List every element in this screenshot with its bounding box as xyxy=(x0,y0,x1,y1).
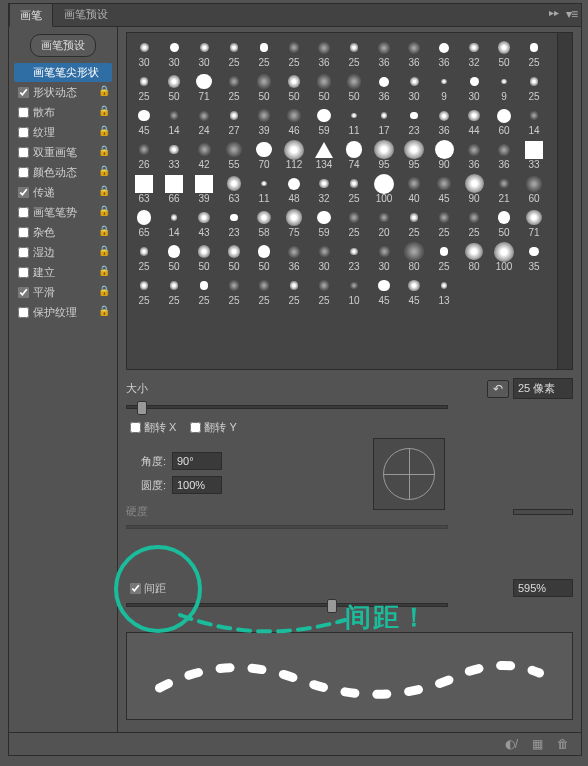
collapse-icon[interactable]: ▸▸ xyxy=(549,7,559,18)
brush-tip[interactable]: 95 xyxy=(399,137,429,171)
sidebar-checkbox[interactable] xyxy=(18,167,29,178)
brush-tip[interactable]: 25 xyxy=(339,205,369,239)
brush-tip[interactable]: 36 xyxy=(429,103,459,137)
tab-brush-preset[interactable]: 画笔预设 xyxy=(53,2,119,26)
sidebar-item-12[interactable]: 保护纹理🔒 xyxy=(14,303,112,322)
brush-tip[interactable]: 25 xyxy=(189,273,219,307)
brush-tip[interactable]: 50 xyxy=(159,239,189,273)
brush-tip[interactable]: 25 xyxy=(279,273,309,307)
roundness-input[interactable]: 100% xyxy=(172,476,222,494)
sidebar-checkbox[interactable] xyxy=(18,287,29,298)
brush-tip[interactable]: 80 xyxy=(459,239,489,273)
reset-size-button[interactable]: ↶ xyxy=(487,380,509,398)
brush-tip[interactable]: 74 xyxy=(339,137,369,171)
brush-tip[interactable]: 20 xyxy=(369,205,399,239)
brush-tip[interactable]: 70 xyxy=(249,137,279,171)
brush-tip[interactable]: 36 xyxy=(369,35,399,69)
brush-tip[interactable]: 45 xyxy=(129,103,159,137)
sidebar-item-1[interactable]: 形状动态🔒 xyxy=(14,83,112,102)
brush-tip[interactable]: 25 xyxy=(159,273,189,307)
brush-tip[interactable]: 39 xyxy=(189,171,219,205)
brush-tip[interactable]: 25 xyxy=(129,239,159,273)
brush-tip[interactable]: 32 xyxy=(459,35,489,69)
brush-tip[interactable]: 50 xyxy=(309,69,339,103)
brush-tip[interactable]: 25 xyxy=(219,35,249,69)
brush-tip[interactable]: 9 xyxy=(489,69,519,103)
sidebar-checkbox[interactable] xyxy=(18,147,29,158)
brush-tip[interactable]: 36 xyxy=(489,137,519,171)
brush-tip[interactable]: 60 xyxy=(489,103,519,137)
brush-tip[interactable]: 36 xyxy=(459,137,489,171)
brush-tip[interactable]: 9 xyxy=(429,69,459,103)
sidebar-item-5[interactable]: 颜色动态🔒 xyxy=(14,163,112,182)
brush-preset-button[interactable]: 画笔预设 xyxy=(30,34,96,57)
sidebar-checkbox[interactable] xyxy=(18,267,29,278)
brush-tip[interactable]: 32 xyxy=(309,171,339,205)
sidebar-checkbox[interactable] xyxy=(18,187,29,198)
brush-tip[interactable]: 63 xyxy=(219,171,249,205)
sidebar-item-9[interactable]: 湿边🔒 xyxy=(14,243,112,262)
brush-tip[interactable]: 50 xyxy=(249,239,279,273)
size-input[interactable]: 25 像素 xyxy=(513,378,573,399)
brush-tip[interactable]: 14 xyxy=(159,205,189,239)
brush-tip[interactable]: 33 xyxy=(159,137,189,171)
brush-tip[interactable]: 21 xyxy=(489,171,519,205)
brush-tip[interactable]: 11 xyxy=(339,103,369,137)
brush-tip[interactable]: 66 xyxy=(159,171,189,205)
brush-tip[interactable]: 25 xyxy=(219,273,249,307)
brush-tip[interactable]: 75 xyxy=(279,205,309,239)
spacing-input[interactable]: 595% xyxy=(513,579,573,597)
brush-tip[interactable]: 25 xyxy=(519,69,549,103)
brush-tip[interactable]: 134 xyxy=(309,137,339,171)
brush-tip[interactable]: 48 xyxy=(279,171,309,205)
brush-tip[interactable]: 50 xyxy=(279,69,309,103)
brush-tip[interactable]: 26 xyxy=(129,137,159,171)
brush-tip[interactable]: 17 xyxy=(369,103,399,137)
brush-tip[interactable]: 63 xyxy=(129,171,159,205)
brush-tip[interactable]: 100 xyxy=(489,239,519,273)
brush-tip[interactable]: 23 xyxy=(339,239,369,273)
brush-tip[interactable]: 43 xyxy=(189,205,219,239)
brush-tip[interactable]: 25 xyxy=(429,239,459,273)
brush-tip[interactable]: 25 xyxy=(279,35,309,69)
brush-tip[interactable]: 25 xyxy=(309,273,339,307)
sidebar-checkbox[interactable] xyxy=(18,127,29,138)
brush-tip[interactable]: 50 xyxy=(489,205,519,239)
brush-tip[interactable]: 30 xyxy=(159,35,189,69)
brush-tip[interactable]: 71 xyxy=(519,205,549,239)
brush-tip[interactable]: 25 xyxy=(399,205,429,239)
toggle-icon[interactable]: ◐/ xyxy=(505,737,518,751)
brush-tip[interactable]: 10 xyxy=(339,273,369,307)
brush-tip[interactable]: 39 xyxy=(249,103,279,137)
brush-tip[interactable]: 30 xyxy=(129,35,159,69)
brush-tip[interactable]: 36 xyxy=(429,35,459,69)
brush-tip[interactable]: 30 xyxy=(309,239,339,273)
sidebar-checkbox[interactable] xyxy=(18,307,29,318)
brush-tip[interactable]: 45 xyxy=(399,273,429,307)
brush-tip[interactable]: 11 xyxy=(249,171,279,205)
angle-input[interactable]: 90° xyxy=(172,452,222,470)
brush-tip[interactable]: 14 xyxy=(519,103,549,137)
brush-tip[interactable]: 33 xyxy=(519,137,549,171)
brush-tip[interactable]: 14 xyxy=(159,103,189,137)
sidebar-checkbox[interactable] xyxy=(18,87,29,98)
flip-x-checkbox[interactable]: 翻转 X xyxy=(126,419,176,436)
brush-tip[interactable]: 50 xyxy=(159,69,189,103)
brush-tip[interactable]: 65 xyxy=(129,205,159,239)
brush-tip[interactable]: 50 xyxy=(339,69,369,103)
brush-tip[interactable]: 36 xyxy=(369,69,399,103)
brush-tip[interactable]: 35 xyxy=(519,239,549,273)
brush-tip[interactable]: 55 xyxy=(219,137,249,171)
brush-tip[interactable]: 42 xyxy=(189,137,219,171)
brush-tip[interactable]: 30 xyxy=(459,69,489,103)
angle-control[interactable] xyxy=(373,438,445,510)
new-preset-icon[interactable]: ▦ xyxy=(532,737,543,751)
size-slider[interactable] xyxy=(126,405,448,409)
brush-tip[interactable]: 40 xyxy=(399,171,429,205)
brush-tip[interactable]: 25 xyxy=(249,273,279,307)
sidebar-item-3[interactable]: 纹理🔒 xyxy=(14,123,112,142)
panel-menu-icon[interactable]: ▾≡ xyxy=(566,7,577,21)
brush-tip[interactable]: 25 xyxy=(429,205,459,239)
brush-tip[interactable]: 90 xyxy=(459,171,489,205)
sidebar-item-10[interactable]: 建立🔒 xyxy=(14,263,112,282)
